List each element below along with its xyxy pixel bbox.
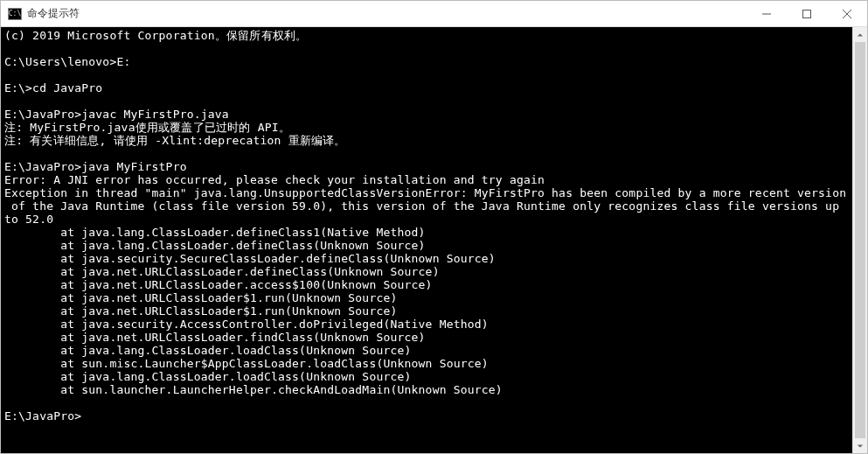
maximize-button[interactable] xyxy=(787,1,827,26)
terminal-line: at java.lang.ClassLoader.loadClass(Unkno… xyxy=(4,370,849,383)
terminal-line xyxy=(4,94,849,108)
terminal-line: at java.net.URLClassLoader$1.run(Unknown… xyxy=(4,291,849,304)
command-prompt-window: C:\ 命令提示符 (c) 2019 Microsoft Corporation… xyxy=(0,0,868,454)
terminal-line xyxy=(4,147,849,160)
terminal-line: at java.security.SecureClassLoader.defin… xyxy=(4,252,849,265)
window-content: (c) 2019 Microsoft Corporation。保留所有权利。 C… xyxy=(1,27,867,453)
terminal-line: at java.lang.ClassLoader.defineClass1(Na… xyxy=(4,226,849,239)
terminal-line: at sun.launcher.LauncherHelper.checkAndL… xyxy=(4,383,849,396)
terminal-line: 注: 有关详细信息, 请使用 -Xlint:deprecation 重新编译。 xyxy=(4,134,849,147)
terminal-line: at java.security.AccessController.doPriv… xyxy=(4,318,849,331)
window-title: 命令提示符 xyxy=(27,6,746,21)
svg-rect-1 xyxy=(803,10,811,17)
terminal-output[interactable]: (c) 2019 Microsoft Corporation。保留所有权利。 C… xyxy=(1,27,852,453)
titlebar[interactable]: C:\ 命令提示符 xyxy=(1,1,867,27)
terminal-line: at sun.misc.Launcher$AppClassLoader.load… xyxy=(4,357,849,370)
terminal-line xyxy=(4,68,849,81)
terminal-line: to 52.0 xyxy=(4,213,849,226)
window-controls xyxy=(746,1,867,26)
terminal-line: 注: MyFirstPro.java使用或覆盖了已过时的 API。 xyxy=(4,121,849,134)
terminal-line: C:\Users\lenovo>E: xyxy=(4,55,849,68)
maximize-icon xyxy=(802,10,811,18)
close-button[interactable] xyxy=(827,1,867,26)
terminal-line: at java.net.URLClassLoader$1.run(Unknown… xyxy=(4,304,849,318)
scroll-up-button[interactable] xyxy=(853,27,867,42)
terminal-line xyxy=(4,42,849,55)
terminal-line: of the Java Runtime (class file version … xyxy=(4,199,849,213)
vertical-scrollbar[interactable] xyxy=(852,27,867,453)
terminal-line: E:\JavaPro>java MyFirstPro xyxy=(4,160,849,173)
terminal-line: E:\JavaPro>javac MyFirstPro.java xyxy=(4,108,849,121)
terminal-line: at java.net.URLClassLoader.findClass(Unk… xyxy=(4,331,849,344)
terminal-line: at java.lang.ClassLoader.defineClass(Unk… xyxy=(4,239,849,252)
chevron-down-icon xyxy=(857,443,864,450)
terminal-line: (c) 2019 Microsoft Corporation。保留所有权利。 xyxy=(4,29,849,42)
svg-rect-0 xyxy=(762,13,771,14)
cmd-icon: C:\ xyxy=(8,8,22,20)
chevron-up-icon xyxy=(857,31,864,38)
close-icon xyxy=(843,10,851,18)
terminal-line: at java.lang.ClassLoader.loadClass(Unkno… xyxy=(4,344,849,357)
terminal-line: E:\JavaPro> xyxy=(4,409,849,423)
terminal-line: E:\>cd JavaPro xyxy=(4,81,849,94)
scroll-down-button[interactable] xyxy=(853,438,867,453)
minimize-button[interactable] xyxy=(746,1,787,26)
terminal-line: Error: A JNI error has occurred, please … xyxy=(4,173,849,186)
scroll-track[interactable] xyxy=(853,42,867,438)
terminal-line xyxy=(4,396,849,409)
terminal-line: at java.net.URLClassLoader.access$100(Un… xyxy=(4,278,849,291)
scroll-thumb[interactable] xyxy=(855,42,865,438)
terminal-line: at java.net.URLClassLoader.defineClass(U… xyxy=(4,265,849,278)
minimize-icon xyxy=(762,10,771,18)
terminal-line: Exception in thread "main" java.lang.Uns… xyxy=(4,186,849,199)
